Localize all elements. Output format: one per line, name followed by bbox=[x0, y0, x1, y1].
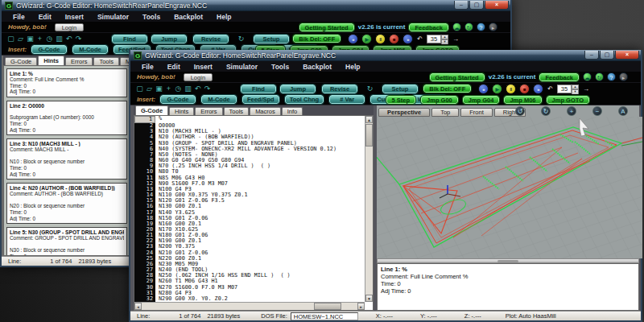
tab-gcode[interactable]: G-Code bbox=[5, 57, 37, 65]
tab-errors[interactable]: Errors bbox=[65, 57, 93, 65]
block-delete-toggle[interactable]: Blk Del: OFF bbox=[293, 35, 341, 43]
step-back-button[interactable]: « bbox=[478, 84, 489, 94]
insert-button-4[interactable]: # Var bbox=[329, 95, 365, 104]
find-button[interactable]: Find bbox=[241, 85, 276, 93]
hint-card-4[interactable]: Line 4: N20 (AUTHOR - (BOB WARFIELD))Com… bbox=[6, 183, 127, 224]
login-button[interactable]: Login bbox=[55, 23, 84, 31]
pause-button[interactable]: ‖ bbox=[375, 34, 386, 44]
view-perspective-tab[interactable]: Perspective bbox=[378, 108, 430, 117]
jump-button-0[interactable]: Jmp G00 bbox=[421, 96, 458, 104]
zoom-out-icon[interactable]: − bbox=[592, 106, 602, 116]
tab-macros[interactable]: Macros bbox=[250, 107, 281, 115]
insert-button-2[interactable]: Feed/Spd bbox=[242, 95, 279, 104]
menu-item-3[interactable]: Simulator bbox=[97, 13, 129, 21]
step-count-value[interactable]: 35 bbox=[557, 85, 572, 93]
vscroll-thumb[interactable] bbox=[365, 124, 373, 147]
menu-item-5[interactable]: Backplot bbox=[174, 13, 203, 21]
titlebar[interactable]: G GWizard: G-Code Editor: HomeSwitchRear… bbox=[130, 50, 641, 61]
tab-info[interactable]: Info bbox=[282, 107, 303, 115]
zoom-in-icon[interactable]: + bbox=[567, 106, 576, 116]
step-forward-button[interactable]: » bbox=[402, 34, 413, 44]
feedback-button[interactable]: Feedback bbox=[409, 23, 448, 31]
scroll-left-icon[interactable]: ◂ bbox=[134, 303, 142, 310]
menu-item-3[interactable]: Simulator bbox=[226, 63, 258, 71]
close-button[interactable]: × bbox=[615, 51, 639, 60]
getting-started-button[interactable]: Getting Started bbox=[299, 23, 354, 31]
menu-item-6[interactable]: Help bbox=[217, 13, 231, 21]
setup-button[interactable]: Setup bbox=[254, 35, 289, 43]
view-top-tab[interactable]: Top bbox=[431, 108, 459, 117]
step-count-spinner[interactable]: 35 ▲ ▼ bbox=[557, 85, 579, 93]
hint-card-2[interactable]: Line 2: O0000 Subprogram Label (O number… bbox=[6, 101, 127, 135]
getting-started-button[interactable]: Getting Started bbox=[430, 73, 485, 81]
fast-forward-icon[interactable]: → bbox=[583, 85, 589, 93]
insert-button-1[interactable]: M-Code bbox=[72, 45, 108, 54]
jump-button-2[interactable]: Jmp M06 bbox=[504, 96, 541, 104]
backplot-canvas[interactable] bbox=[377, 117, 642, 258]
hint-card-3[interactable]: Line 3: N10 (MACH3 MILL - )Comment: MACH… bbox=[6, 138, 127, 180]
view-front-tab[interactable]: Front bbox=[460, 108, 493, 117]
menu-item-2[interactable]: Insert bbox=[65, 13, 84, 21]
titlebar[interactable]: G GWizard: G-Code Editor: HomeSwitchRear… bbox=[2, 0, 510, 11]
rewind-line-icon[interactable]: ↶ bbox=[417, 35, 423, 43]
jump-button[interactable]: Jump bbox=[280, 85, 316, 93]
step-count-spinner[interactable]: 35 ▲ ▼ bbox=[427, 35, 448, 43]
play-button[interactable]: ▶ bbox=[361, 34, 372, 44]
feedback-button[interactable]: Feedback bbox=[539, 73, 579, 81]
menu-item-4[interactable]: Tools bbox=[271, 63, 289, 71]
rotate-cw-icon[interactable]: ↻ bbox=[541, 106, 551, 116]
hint-card-1[interactable]: Line 1: %Comment: Full Line Comment %Tim… bbox=[6, 68, 127, 97]
code-lines[interactable]: 1%2O00003N10 (MACH3 MILL - )4N20 (AUTHOR… bbox=[134, 116, 365, 302]
hscroll-thumb[interactable] bbox=[314, 303, 341, 310]
setup-button[interactable]: Setup bbox=[382, 85, 418, 93]
fast-forward-icon[interactable]: → bbox=[452, 35, 459, 43]
revise-button[interactable]: Revise bbox=[322, 85, 357, 93]
tab-hints[interactable]: Hints bbox=[38, 56, 64, 65]
refresh-icon[interactable]: ↻ bbox=[237, 35, 246, 43]
stop-button[interactable]: ■ bbox=[519, 84, 530, 94]
revise-button[interactable]: Revise bbox=[193, 35, 229, 43]
minimize-button[interactable]: – bbox=[454, 1, 469, 10]
tab-errors[interactable]: Errors bbox=[195, 107, 222, 115]
find-button[interactable]: Find bbox=[112, 35, 147, 43]
rotate-ccw-icon[interactable]: ↺ bbox=[515, 106, 525, 116]
jump-button-3[interactable]: Jmp GOTO bbox=[547, 96, 589, 104]
scroll-right-icon[interactable]: ▸ bbox=[357, 303, 365, 310]
menu-item-1[interactable]: Edit bbox=[39, 13, 52, 21]
step-back-button[interactable]: « bbox=[348, 34, 358, 44]
insert-button-0[interactable]: G-Code bbox=[160, 95, 196, 104]
refresh-icon[interactable]: ↻ bbox=[365, 85, 374, 93]
scroll-down-icon[interactable]: ▼ bbox=[365, 295, 373, 302]
insert-button-1[interactable]: M-Code bbox=[201, 95, 237, 104]
tab-gcode[interactable]: G-Code bbox=[135, 105, 168, 115]
fit-view-icon[interactable]: A bbox=[618, 106, 628, 116]
jump-button[interactable]: Jump bbox=[151, 35, 187, 43]
tab-tools[interactable]: Tools bbox=[224, 107, 250, 115]
maximize-button[interactable]: ▢ bbox=[469, 1, 484, 10]
close-button[interactable]: × bbox=[485, 1, 509, 10]
jump-button-1[interactable]: Jmp G04 bbox=[463, 96, 500, 104]
menu-item-5[interactable]: Backplot bbox=[303, 63, 332, 71]
horizontal-scrollbar[interactable]: ◂ ▸ bbox=[134, 302, 365, 310]
scroll-up-icon[interactable]: ▲ bbox=[365, 116, 373, 123]
menu-item-6[interactable]: Help bbox=[345, 63, 360, 71]
vertical-scrollbar[interactable]: ▲ ▼ bbox=[365, 116, 373, 302]
single-step-button[interactable]: 5 Step bbox=[386, 96, 416, 104]
menu-item-4[interactable]: Tools bbox=[142, 13, 160, 21]
menu-item-1[interactable]: Edit bbox=[167, 63, 180, 71]
pause-button[interactable]: ‖ bbox=[506, 84, 516, 94]
step-count-value[interactable]: 35 bbox=[427, 35, 441, 43]
menu-item-0[interactable]: File bbox=[13, 13, 25, 21]
step-forward-button[interactable]: » bbox=[533, 84, 543, 94]
insert-button-3[interactable]: Tool Chng bbox=[285, 95, 324, 104]
rewind-line-icon[interactable]: ↶ bbox=[547, 85, 553, 93]
minimize-button[interactable]: – bbox=[584, 51, 599, 60]
code-editor[interactable]: 1%2O00003N10 (MACH3 MILL - )4N20 (AUTHOR… bbox=[134, 115, 374, 311]
hint-card-5[interactable]: Line 5: N30 (GROUP - SPOT DRILL AND ENGR… bbox=[6, 227, 127, 256]
tab-tools[interactable]: Tools bbox=[93, 57, 119, 65]
menu-item-0[interactable]: File bbox=[142, 63, 154, 71]
block-delete-toggle[interactable]: Blk Del: OFF bbox=[423, 85, 471, 93]
maximize-button[interactable]: ▢ bbox=[600, 51, 614, 60]
play-button[interactable]: ▶ bbox=[492, 84, 502, 94]
login-button[interactable]: Login bbox=[184, 73, 213, 81]
